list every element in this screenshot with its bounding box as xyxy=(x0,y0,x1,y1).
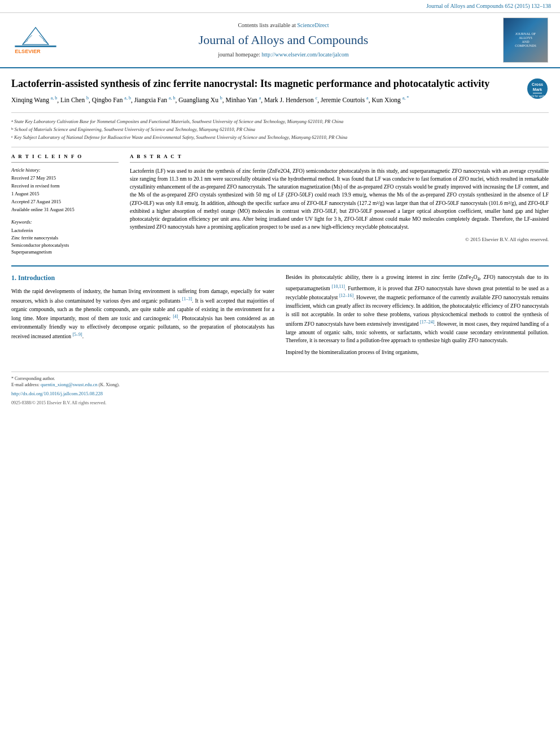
footer-section: * Corresponding author. E-mail address: … xyxy=(11,372,549,406)
author-sup: a, b xyxy=(51,95,58,101)
available-date: Available online 31 August 2015 xyxy=(11,207,119,213)
abstract-column: A B S T R A C T Lactoferrin (LF) was use… xyxy=(130,153,549,256)
journal-citation: Journal of Alloys and Compounds 652 (201… xyxy=(426,3,551,9)
affiliation-sup-c: c xyxy=(11,134,13,141)
article-body-columns: A R T I C L E I N F O Article history: R… xyxy=(11,153,549,256)
intro-section-label: 1. Introduction xyxy=(11,273,274,283)
intro-left-col: 1. Introduction With the rapid developme… xyxy=(11,273,274,360)
intro-para2: Besides its photocatalytic ability, ther… xyxy=(286,273,549,345)
article-history-label: Article history: xyxy=(11,167,119,174)
header-center: Contents lists available at ScienceDirec… xyxy=(67,18,500,63)
affiliations: a State Key Laboratory Cultivation Base … xyxy=(11,119,549,147)
doi-link[interactable]: http://dx.doi.org/10.1016/j.jallcom.2015… xyxy=(11,391,103,396)
page-wrapper: Journal of Alloys and Compounds 652 (201… xyxy=(0,0,560,415)
abstract-text: Lactoferrin (LF) was used to assist the … xyxy=(130,167,549,231)
author-sup: a, b xyxy=(169,95,176,101)
article-title-section: Lactoferrin-assisted synthesis of zinc f… xyxy=(11,77,549,113)
contents-line: Contents lists available at ScienceDirec… xyxy=(238,21,329,29)
author-sup: b xyxy=(86,95,89,101)
keywords-label: Keywords: xyxy=(11,219,119,226)
intro-columns: 1. Introduction With the rapid developme… xyxy=(11,273,549,360)
ref-5-9[interactable]: [5–9] xyxy=(72,332,82,337)
copyright-line: © 2015 Elsevier B.V. All rights reserved… xyxy=(130,236,549,243)
issn-line: 0925-8388/© 2015 Elsevier B.V. All right… xyxy=(11,400,549,406)
article-info-column: A R T I C L E I N F O Article history: R… xyxy=(11,153,119,256)
author-sup: a, b xyxy=(124,95,131,101)
svg-text:Check for updates: Check for updates xyxy=(526,94,549,98)
article-title-text: Lactoferrin-assisted synthesis of zinc f… xyxy=(11,77,520,108)
journal-cover: JOURNAL OFALLOYSANDCOMPOUNDS xyxy=(500,18,551,63)
author-sup: a xyxy=(259,95,261,101)
affiliation-sup-a: a xyxy=(11,119,13,125)
revised-date: 1 August 2015 xyxy=(11,191,119,198)
ref-4[interactable]: [4] xyxy=(173,314,178,319)
intro-para1: With the rapid developments of industry,… xyxy=(11,287,274,341)
main-content: Lactoferrin-assisted synthesis of zinc f… xyxy=(0,68,560,415)
affiliation-a: a State Key Laboratory Cultivation Base … xyxy=(11,119,549,125)
svg-text:ELSEVIER: ELSEVIER xyxy=(15,49,41,54)
keyword-1: Lactoferrin xyxy=(11,228,119,234)
article-info-header: A R T I C L E I N F O xyxy=(11,153,119,163)
author-sup: c xyxy=(316,95,318,101)
keyword-3: Semiconductor photocatalysts xyxy=(11,242,119,249)
affiliation-c: c Key Subject Laboratory of National Def… xyxy=(11,134,549,141)
ref-10-11[interactable]: [10,11] xyxy=(332,284,345,289)
affiliation-b: b School of Materials Science and Engine… xyxy=(11,126,549,133)
received-revised-label: Received in revised form xyxy=(11,183,119,190)
ref-17-24[interactable]: [17–24] xyxy=(420,320,434,325)
header-area: ELSEVIER Contents lists available at Sci… xyxy=(0,13,560,68)
elsevier-logo-icon: ELSEVIER xyxy=(10,25,61,56)
author-sup: b xyxy=(220,95,222,101)
journal-title: Journal of Alloys and Compounds xyxy=(199,32,369,49)
authors-line: Xinqing Wang a, b, Lin Chen b, Qingbo Fa… xyxy=(11,95,520,104)
article-title: Lactoferrin-assisted synthesis of zinc f… xyxy=(11,77,520,90)
affiliation-sup-b: b xyxy=(11,126,14,133)
elsevier-logo-area: ELSEVIER xyxy=(5,18,67,63)
svg-text:Mark: Mark xyxy=(533,88,542,91)
author-sup: a, * xyxy=(403,95,409,101)
intro-right-col: Besides its photocatalytic ability, ther… xyxy=(286,273,549,360)
abstract-header: A B S T R A C T xyxy=(130,153,549,163)
doi-line: http://dx.doi.org/10.1016/j.jallcom.2015… xyxy=(11,391,549,397)
journal-top-bar: Journal of Alloys and Compounds 652 (201… xyxy=(0,0,560,13)
svg-rect-0 xyxy=(15,45,56,47)
article-info-box: A R T I C L E I N F O Article history: R… xyxy=(11,153,119,256)
received-date: Received 27 May 2015 xyxy=(11,175,119,182)
corresponding-author-note: * Corresponding author. xyxy=(11,375,549,382)
email-link[interactable]: quentin_xiong@swust.edu.cn xyxy=(41,382,98,387)
cover-text: JOURNAL OFALLOYSANDCOMPOUNDS xyxy=(515,32,536,49)
crossmark-badge: Cross Mark Check for updates xyxy=(526,77,549,100)
keyword-2: Zinc ferrite nanocrystals xyxy=(11,235,119,242)
svg-text:Cross: Cross xyxy=(532,82,543,86)
ref-12-16[interactable]: [12–16] xyxy=(339,293,353,298)
journal-cover-image: JOURNAL OFALLOYSANDCOMPOUNDS xyxy=(503,18,548,63)
journal-homepage: journal homepage: http://www.elsevier.co… xyxy=(218,51,349,59)
ref-1-3[interactable]: [1–3] xyxy=(182,296,192,302)
author-sup: a xyxy=(366,95,369,101)
svg-marker-1 xyxy=(23,27,49,44)
email-note: E-mail address: quentin_xiong@swust.edu.… xyxy=(11,382,549,388)
accepted-date: Accepted 27 August 2015 xyxy=(11,199,119,206)
introduction-section: 1. Introduction With the rapid developme… xyxy=(11,265,549,360)
journal-homepage-link[interactable]: http://www.elsevier.com/locate/jalcom xyxy=(261,51,348,58)
sciencedirect-link[interactable]: ScienceDirect xyxy=(297,22,329,28)
keyword-4: Superparamagnetism xyxy=(11,249,119,256)
intro-para3: Inspired by the biomineralization proces… xyxy=(286,348,549,357)
keywords-section: Keywords: Lactoferrin Zinc ferrite nanoc… xyxy=(11,219,119,256)
